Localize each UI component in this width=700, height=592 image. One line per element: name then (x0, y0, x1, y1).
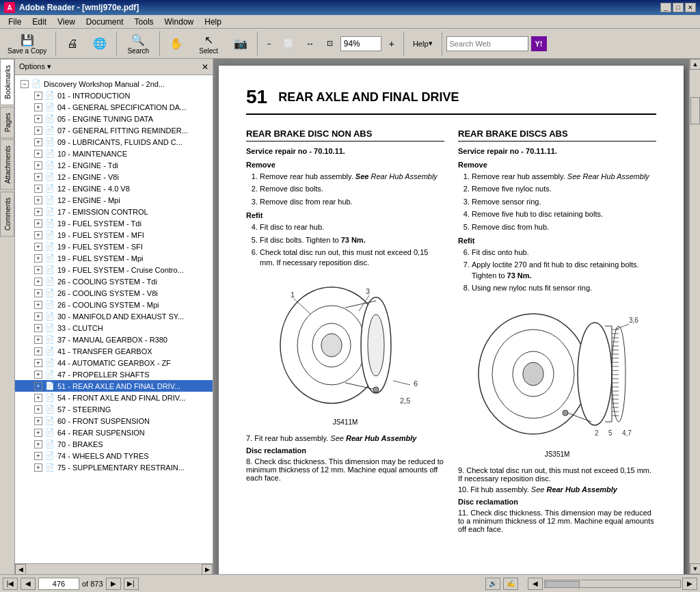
expand-icon[interactable]: + (34, 394, 42, 402)
sidebar-item-33[interactable]: + 📄 33 - CLUTCH (15, 322, 213, 334)
menu-file[interactable]: File (3, 16, 27, 28)
expand-icon[interactable]: + (34, 150, 42, 158)
expand-icon[interactable]: + (34, 382, 42, 390)
menu-view[interactable]: View (52, 16, 81, 28)
sidebar-item-64[interactable]: + 📄 64 - REAR SUSPENSION (15, 427, 213, 438)
select-button[interactable]: ↖ Select (191, 30, 226, 57)
sidebar-item-19sfi[interactable]: + 📄 19 - FUEL SYSTEM - SFI (15, 241, 213, 252)
prev-page-button[interactable]: ◀ (21, 578, 36, 590)
web-search-input[interactable] (450, 40, 525, 48)
expand-icon[interactable]: + (34, 219, 42, 228)
expand-icon[interactable]: + (34, 417, 42, 425)
menu-help[interactable]: Help (199, 16, 227, 28)
print-button[interactable]: 🖨 (60, 34, 85, 53)
actual-size-button[interactable]: ⊡ (322, 36, 338, 51)
sidebar-item-12v8i[interactable]: + 📄 12 - ENGINE - V8i (15, 171, 213, 183)
expand-icon[interactable]: + (34, 115, 42, 123)
sidebar-item-01[interactable]: + 📄 01 - INTRODUCTION (15, 90, 213, 101)
scroll-up-button[interactable]: ▲ (690, 59, 700, 70)
sidebar-item-12v8[interactable]: + 📄 12 - ENGINE - 4.0 V8 (15, 183, 213, 194)
sidebar-item-37[interactable]: + 📄 37 - MANUAL GEARBOX - R380 (15, 334, 213, 345)
sidebar-item-26mpi[interactable]: + 📄 26 - COOLING SYSTEM - Mpi (15, 299, 213, 310)
sidebar-close-button[interactable]: ✕ (202, 62, 208, 72)
scroll-down-button[interactable]: ▼ (690, 563, 700, 574)
expand-icon[interactable]: + (34, 405, 42, 414)
expand-icon[interactable]: + (34, 103, 42, 111)
sidebar-scroll-right[interactable]: ▶ (202, 564, 213, 575)
save-copy-button[interactable]: 💾 Save a Copy (3, 30, 51, 57)
sidebar-item-09[interactable]: + 📄 09 - LUBRICANTS, FLUIDS AND C... (15, 136, 213, 148)
menu-tools[interactable]: Tools (129, 16, 159, 28)
expand-icon[interactable]: + (34, 347, 42, 355)
sidebar-item-70[interactable]: + 📄 70 - BRAKES (15, 438, 213, 450)
expand-icon[interactable]: + (34, 301, 42, 309)
expand-icon[interactable]: + (34, 452, 42, 460)
sidebar-item-19mpi[interactable]: + 📄 19 - FUEL SYSTEM - Mpi (15, 252, 213, 264)
expand-icon[interactable]: + (34, 196, 42, 204)
document-area[interactable]: 51 REAR AXLE AND FINAL DRIVE REAR BRAKE … (213, 59, 689, 574)
expand-icon[interactable]: + (34, 463, 42, 472)
right-scrollbar[interactable]: ▲ ▼ (689, 59, 700, 574)
comments-tab[interactable]: Comments (0, 191, 14, 237)
expand-icon[interactable]: + (34, 371, 42, 379)
yahoo-button[interactable]: Y! (531, 36, 547, 51)
sidebar-item-30[interactable]: + 📄 30 - MANIFOLD AND EXHAUST SY... (15, 310, 213, 322)
sidebar-item-19mfi[interactable]: + 📄 19 - FUEL SYSTEM - MFI (15, 229, 213, 241)
scroll-left-button[interactable]: ◀ (528, 578, 543, 590)
expand-icon[interactable]: + (34, 243, 42, 251)
window-controls[interactable]: _ □ ✕ (660, 3, 696, 12)
sidebar-item-75[interactable]: + 📄 75 - SUPPLEMENTARY RESTRAIN... (15, 461, 213, 473)
sidebar-item-44[interactable]: + 📄 44 - AUTOMATIC GEARBOX - ZF (15, 357, 213, 368)
sidebar-item-51[interactable]: + 📄 51 - REAR AXLE AND FINAL DRIV... (15, 380, 213, 392)
sidebar-item-60[interactable]: + 📄 60 - FRONT SUSPENSION (15, 415, 213, 427)
bookmarks-tab[interactable]: Bookmarks (0, 59, 14, 105)
fit-width-button[interactable]: ↔ (301, 36, 319, 52)
sidebar-item-17[interactable]: + 📄 17 - EMISSION CONTROL (15, 206, 213, 217)
audio-button[interactable]: 🔊 (485, 578, 500, 590)
next-page-button[interactable]: ▶ (106, 578, 121, 590)
hand-tool-button[interactable]: ✋ (164, 34, 189, 53)
expand-icon[interactable]: + (34, 231, 42, 239)
pages-tab[interactable]: Pages (0, 107, 14, 138)
horizontal-scroll-track[interactable] (544, 580, 681, 588)
expand-icon[interactable]: + (34, 429, 42, 437)
sidebar-item-19tdi[interactable]: + 📄 19 - FUEL SYSTEM - Tdi (15, 217, 213, 229)
sidebar-item-74[interactable]: + 📄 74 - WHEELS AND TYRES (15, 450, 213, 461)
expand-icon[interactable]: + (34, 289, 42, 297)
sidebar-options-button[interactable]: Options ▾ (19, 62, 199, 71)
expand-icon[interactable]: − (21, 80, 29, 88)
horizontal-scroll-thumb[interactable] (546, 581, 580, 588)
expand-icon[interactable]: + (34, 336, 42, 344)
expand-icon[interactable]: + (34, 359, 42, 367)
sidebar-item-04[interactable]: + 📄 04 - GENERAL SPECIFICATION DA... (15, 101, 213, 113)
zoom-out-button[interactable]: − (262, 36, 275, 51)
snapshot-button[interactable]: 📷 (228, 34, 253, 53)
last-page-button[interactable]: ▶| (124, 578, 139, 590)
fit-page-button[interactable]: ⬜ (279, 36, 299, 52)
email-button[interactable]: 🌐 (88, 34, 112, 53)
expand-icon[interactable]: + (34, 126, 42, 135)
bottom-scrollbar[interactable]: ◀ ▶ (528, 578, 697, 590)
close-button[interactable]: ✕ (685, 3, 696, 12)
sidebar-item-19cruise[interactable]: + 📄 19 - FUEL SYSTEM - Cruise Contro... (15, 264, 213, 275)
expand-icon[interactable]: + (34, 254, 42, 263)
sidebar-item-12mpi[interactable]: + 📄 12 - ENGINE - Mpi (15, 194, 213, 206)
sidebar-item-root[interactable]: − 📄 Discovery Workshop Manual - 2nd... (15, 78, 213, 90)
expand-icon[interactable]: + (34, 312, 42, 321)
sidebar-item-12tdi[interactable]: + 📄 12 - ENGINE - Tdi (15, 159, 213, 171)
sidebar-item-26tdi[interactable]: + 📄 26 - COOLING SYSTEM - Tdi (15, 275, 213, 287)
scroll-track[interactable] (690, 70, 700, 563)
sidebar-item-26v8i[interactable]: + 📄 26 - COOLING SYSTEM - V8i (15, 287, 213, 299)
maximize-button[interactable]: □ (673, 3, 684, 12)
scroll-right-button[interactable]: ▶ (682, 578, 697, 590)
sidebar-item-41[interactable]: + 📄 41 - TRANSFER GEARBOX (15, 345, 213, 357)
signature-button[interactable]: ✍ (503, 578, 518, 590)
attachments-tab[interactable]: Attachments (0, 139, 14, 190)
page-number-input[interactable] (38, 578, 79, 590)
sidebar-scroll-left[interactable]: ◀ (15, 564, 26, 575)
sidebar-item-05[interactable]: + 📄 05 - ENGINE TUNING DATA (15, 113, 213, 124)
sidebar-item-10[interactable]: + 📄 10 - MAINTENANCE (15, 148, 213, 159)
expand-icon[interactable]: + (34, 278, 42, 286)
web-search-box[interactable] (446, 36, 528, 51)
expand-icon[interactable]: + (34, 161, 42, 170)
